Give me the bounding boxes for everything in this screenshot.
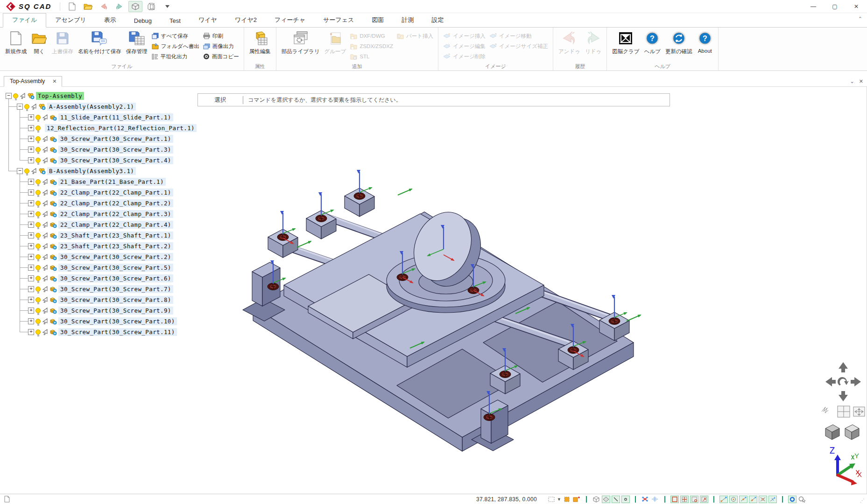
menu-tab-0[interactable]: ファイル xyxy=(3,13,46,28)
frame-circle-icon[interactable] xyxy=(690,496,698,503)
menu-tab-1[interactable]: アセンブリ xyxy=(46,14,95,27)
tab-close-icon[interactable]: ✕ xyxy=(52,78,56,84)
print-button[interactable]: 印刷 xyxy=(201,31,241,41)
tree-item-2[interactable]: +11_Slide_Part(11_Slide_Part.1) xyxy=(3,112,190,123)
snap-perpendicular-icon[interactable] xyxy=(768,496,777,503)
visibility-bulb-icon[interactable] xyxy=(35,329,41,335)
tree-item-7[interactable]: −B-Assembly(Assembly3.1) xyxy=(3,166,190,176)
select-cursor-icon[interactable] xyxy=(42,243,48,249)
tree-item-3[interactable]: +12_Reflection_Part(12_Reflection_Part.1… xyxy=(3,123,190,133)
tree-item-22[interactable]: +30_Screw_Part(30_Screw_Part.11) xyxy=(3,327,190,337)
tree-item-11[interactable]: +22_Clamp_Part(22_Clamp_Part.3) xyxy=(3,209,190,219)
menu-tab-4[interactable]: Test xyxy=(161,15,190,27)
new-file-button[interactable]: 新規作成 xyxy=(3,29,29,63)
tree-item-12[interactable]: +22_Clamp_Part(22_Clamp_Part.4) xyxy=(3,219,190,230)
solid-select-icon[interactable] xyxy=(592,496,600,503)
tree-item-label[interactable]: 30_Screw_Part(30_Screw_Part.10) xyxy=(58,317,177,325)
tree-item-17[interactable]: +30_Screw_Part(30_Screw_Part.6) xyxy=(3,273,190,284)
export-folder-button[interactable]: フォルダへ書出 xyxy=(150,41,201,51)
tree-item-label[interactable]: 23_Shaft_Part(23_Shaft_Part.2) xyxy=(58,242,173,250)
tree-item-21[interactable]: +30_Screw_Part(30_Screw_Part.10) xyxy=(3,316,190,327)
tree-item-14[interactable]: +23_Shaft_Part(23_Shaft_Part.2) xyxy=(3,241,190,252)
close-button[interactable]: ✕ xyxy=(846,0,867,13)
pick-filter-icon[interactable] xyxy=(563,496,571,503)
image-size-correct-button[interactable]: イメージサイズ補正 xyxy=(487,41,550,51)
tree-item-label[interactable]: 11_Slide_Part(11_Slide_Part.1) xyxy=(58,113,173,121)
visibility-bulb-icon[interactable] xyxy=(35,211,41,217)
visibility-bulb-icon[interactable] xyxy=(35,190,41,195)
tree-item-9[interactable]: +22_Clamp_Part(22_Clamp_Part.1) xyxy=(3,187,190,198)
tree-expander[interactable]: − xyxy=(17,104,23,110)
flatten-output-button[interactable]: 平坦化出力 xyxy=(150,51,201,62)
edge-select-icon[interactable] xyxy=(612,496,620,503)
select-cursor-icon[interactable] xyxy=(42,308,48,314)
undo-large-button[interactable]: アンドゥ xyxy=(556,29,583,63)
tree-item-16[interactable]: +30_Screw_Part(30_Screw_Part.5) xyxy=(3,262,190,273)
ribbon-collapse-icon[interactable]: ⌃ xyxy=(858,16,862,22)
select-cursor-icon[interactable] xyxy=(42,254,48,260)
visibility-bulb-icon[interactable] xyxy=(35,297,41,302)
image-edit-button[interactable]: イメージ編集 xyxy=(441,41,487,51)
tree-expander[interactable]: + xyxy=(28,243,34,249)
tree-expander[interactable]: + xyxy=(28,329,34,335)
quick-access-dropdown-icon[interactable] xyxy=(160,1,174,12)
frame-square-icon[interactable] xyxy=(670,496,679,503)
tree-item-label[interactable]: 30_Screw_Part(30_Screw_Part.6) xyxy=(58,274,173,282)
circle-mode-icon[interactable] xyxy=(788,496,797,503)
frame-arrow-icon[interactable] xyxy=(700,496,708,503)
maximize-button[interactable]: ▢ xyxy=(824,0,846,13)
snap-point-icon[interactable] xyxy=(641,496,649,503)
face-select-icon[interactable] xyxy=(602,496,610,503)
dxf-dwg-button[interactable]: DXF/DWG xyxy=(348,31,395,41)
tree-item-label[interactable]: A-Assembly(Assembly2.1) xyxy=(47,103,136,111)
resize-grip[interactable]: ⋰ xyxy=(860,498,865,503)
menu-tab-2[interactable]: 表示 xyxy=(95,14,125,27)
check-update-button[interactable]: 更新の確認 xyxy=(663,29,695,63)
tree-item-label[interactable]: 12_Reflection_Part(12_Reflection_Part.1) xyxy=(45,124,197,132)
tree-item-label[interactable]: 22_Clamp_Part(22_Clamp_Part.1) xyxy=(58,189,173,196)
select-cursor-icon[interactable] xyxy=(42,157,48,163)
select-cursor-icon[interactable] xyxy=(42,147,48,153)
vertex-select-icon[interactable] xyxy=(621,496,630,503)
tree-expander[interactable]: + xyxy=(28,275,34,281)
menu-tab-8[interactable]: サーフェス xyxy=(314,14,363,27)
menu-tab-11[interactable]: 設定 xyxy=(423,14,452,27)
select-cursor-icon[interactable] xyxy=(42,297,48,303)
tree-item-label[interactable]: 23_Shaft_Part(23_Shaft_Part.1) xyxy=(58,231,173,239)
menu-tab-10[interactable]: 計測 xyxy=(393,14,423,27)
select-cursor-icon[interactable] xyxy=(42,286,48,292)
menu-tab-6[interactable]: ワイヤ2 xyxy=(226,14,266,27)
tree-expander[interactable]: + xyxy=(28,189,34,196)
zoom-select-icon[interactable] xyxy=(798,496,806,503)
part-insert-button[interactable]: パート挿入 xyxy=(395,31,435,41)
select-cursor-icon[interactable] xyxy=(42,189,48,196)
visibility-bulb-icon[interactable] xyxy=(35,222,41,227)
select-cursor-icon[interactable] xyxy=(42,232,48,238)
tree-item-8[interactable]: +21_Base_Part(21_Base_Part.1) xyxy=(3,176,190,187)
select-cursor-icon[interactable] xyxy=(42,275,48,281)
tree-expander[interactable]: − xyxy=(6,93,12,99)
tree-item-label[interactable]: 22_Clamp_Part(22_Clamp_Part.3) xyxy=(58,210,173,218)
redo-icon[interactable] xyxy=(113,1,127,12)
select-cursor-icon[interactable] xyxy=(31,104,37,110)
save-all-button[interactable]: すべて保存 xyxy=(150,31,201,41)
select-cursor-icon[interactable] xyxy=(42,136,48,142)
select-cursor-icon[interactable] xyxy=(20,93,26,99)
west-bracket-part[interactable] xyxy=(243,262,285,321)
menu-tab-5[interactable]: ワイヤ xyxy=(190,14,226,27)
snap-on-curve-icon[interactable] xyxy=(749,496,757,503)
shaded-view-icon[interactable] xyxy=(128,1,142,12)
tree-item-label[interactable]: 22_Clamp_Part(22_Clamp_Part.4) xyxy=(58,221,173,229)
stl-button[interactable]: STL xyxy=(348,51,395,62)
help-button[interactable]: ? ヘルプ xyxy=(642,29,663,63)
tree-expander[interactable]: + xyxy=(28,286,34,292)
select-cursor-icon[interactable] xyxy=(42,200,48,206)
zsdx-button[interactable]: ZSDX/ZSDXZ xyxy=(348,41,395,51)
select-cursor-icon[interactable] xyxy=(42,211,48,217)
visibility-bulb-icon[interactable] xyxy=(24,104,29,109)
tree-item-5[interactable]: +30_Screw_Part(30_Screw_Part.3) xyxy=(3,144,190,155)
snap-intersection-icon[interactable] xyxy=(759,496,767,503)
command-bar[interactable]: 選択 コマンドを選択するか、選択する要素を指示してください。 xyxy=(197,93,670,106)
tree-expander[interactable]: + xyxy=(28,254,34,260)
save-as-button[interactable]: 名前を付けて保存 xyxy=(76,29,124,63)
